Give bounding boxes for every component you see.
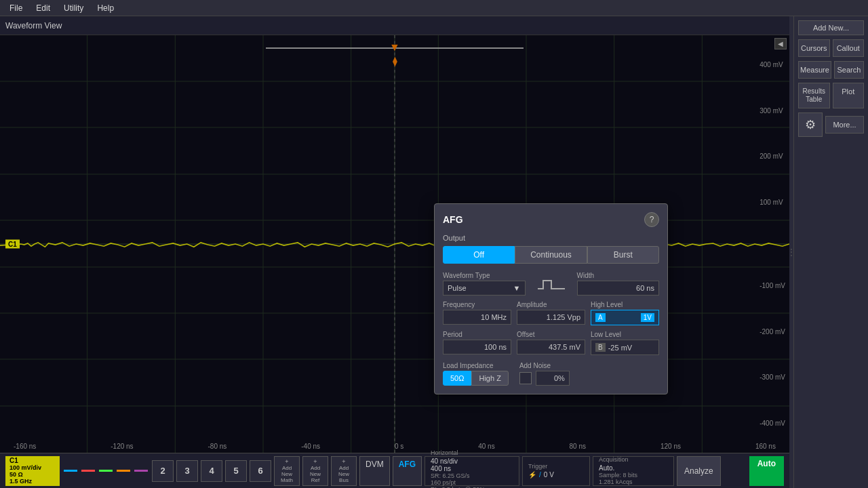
trigger-info: ⚡ / 0 V — [528, 471, 584, 479]
pulse-icon — [536, 277, 566, 293]
trigger-indicator: ▼ ⧫ — [266, 41, 524, 66]
ch2-button[interactable]: 2 — [152, 460, 174, 482]
load-btn-group: 50Ω High Z — [443, 371, 509, 386]
settings-more-row: ⚙ More... — [798, 113, 864, 137]
ch6-button[interactable]: 6 — [250, 460, 271, 482]
ps-value: 160 ps/pt — [431, 479, 513, 486]
noise-control: 0% — [519, 371, 659, 386]
cursors-button[interactable]: Cursors — [798, 39, 830, 57]
cursors-callout-row: Cursors Callout — [798, 39, 864, 57]
ch2-indicator — [64, 470, 77, 472]
ch4-button[interactable]: 4 — [201, 460, 222, 482]
width-input[interactable]: 60 ns — [577, 281, 660, 296]
x-label-1: -120 ns — [111, 443, 133, 450]
offset-field: Offset 437.5 mV — [517, 331, 585, 355]
frequency-field: Frequency 10 MHz — [443, 301, 511, 325]
y-label-6: -200 mV — [760, 328, 785, 336]
ch6-indicator — [134, 470, 148, 472]
menu-edit[interactable]: Edit — [29, 2, 57, 14]
load-highz-button[interactable]: High Z — [471, 371, 508, 386]
auto-button[interactable]: Auto — [749, 456, 784, 486]
high-level-field: High Level A 1V — [591, 301, 659, 325]
trigger-arrow: ▼ — [389, 42, 400, 53]
menu-file[interactable]: File — [3, 2, 29, 14]
ch3-button[interactable]: 3 — [176, 460, 198, 482]
high-level-label: High Level — [591, 301, 659, 308]
x-label-5: 40 ns — [478, 443, 494, 450]
output-button-group: Off Continuous Burst — [443, 246, 659, 264]
period-field: Period 100 ns — [443, 331, 511, 355]
trigger-label: Trigger — [528, 463, 584, 470]
add-new-ref-icon: + — [313, 458, 317, 465]
dvm-button[interactable]: DVM — [359, 456, 390, 486]
high-level-1v-badge: 1V — [641, 313, 654, 322]
add-new-math-button[interactable]: + Add New Math — [274, 456, 300, 486]
measure-search-row: Measure Search — [798, 61, 864, 79]
amplitude-input[interactable]: 1.125 Vpp — [517, 310, 585, 325]
more-button[interactable]: More... — [825, 116, 864, 134]
afg-title: AFG — [443, 214, 463, 225]
add-new-button[interactable]: Add New... — [798, 20, 864, 35]
ch1-impedance: 50 Ω — [9, 471, 56, 478]
low-level-field: Low Level B -25 mV — [591, 331, 659, 355]
low-level-input[interactable]: B -25 mV — [591, 340, 659, 355]
settings-button[interactable]: ⚙ — [798, 113, 823, 137]
pulse-icon-container — [531, 272, 572, 296]
add-new-bus-button[interactable]: + Add New Bus — [331, 456, 357, 486]
add-new-bus-label: Add — [339, 465, 349, 471]
add-noise-field: Add Noise 0% — [519, 362, 659, 386]
noise-checkbox[interactable] — [519, 372, 532, 384]
period-input[interactable]: 100 ns — [443, 340, 511, 354]
add-new-ref-button[interactable]: + Add New Ref — [302, 456, 328, 486]
analyze-button[interactable]: Analyze — [677, 456, 721, 486]
ch3-indicator — [81, 470, 95, 472]
plot-button[interactable]: Plot — [833, 83, 865, 108]
noise-input[interactable]: 0% — [536, 371, 570, 386]
frequency-input[interactable]: 10 MHz — [443, 310, 511, 325]
results-table-button[interactable]: ResultsTable — [798, 83, 830, 108]
search-button[interactable]: Search — [834, 61, 864, 79]
grid-canvas: ▼ ⧫ C1 400 mV 300 mV 200 mV 100 mV -100 … — [0, 35, 789, 453]
results-plot-row: ResultsTable Plot — [798, 83, 864, 108]
ch5-indicator — [117, 470, 130, 472]
collapse-button[interactable]: ◀ — [774, 38, 787, 49]
ch1-info[interactable]: C1 100 mV/div 50 Ω 1.5 GHz — [5, 456, 60, 486]
output-burst-button[interactable]: Burst — [587, 246, 659, 264]
menu-help[interactable]: Help — [90, 2, 121, 14]
measure-button[interactable]: Measure — [798, 61, 831, 79]
load-noise-row: Load Impedance 50Ω High Z Add Noise 0% — [443, 362, 659, 386]
ch5-button[interactable]: 5 — [225, 460, 247, 482]
add-new-math-icon: + — [285, 458, 288, 465]
add-noise-label: Add Noise — [519, 362, 659, 369]
load-50-button[interactable]: 50Ω — [443, 371, 471, 386]
afg-button[interactable]: AFG — [393, 456, 422, 486]
waveform-type-field: Waveform Type Pulse ▼ — [443, 272, 526, 296]
afg-help-button[interactable]: ? — [644, 212, 659, 227]
waveform-type-select[interactable]: Pulse ▼ — [443, 281, 526, 296]
output-continuous-button[interactable]: Continuous — [515, 246, 587, 264]
output-off-button[interactable]: Off — [443, 246, 515, 264]
acquisition-label: Acquisition — [599, 456, 668, 463]
period-label: Period — [443, 331, 511, 338]
freq-amp-high-row: Frequency 10 MHz Amplitude 1.125 Vpp Hig… — [443, 301, 659, 325]
output-label: Output — [443, 234, 659, 242]
x-label-8: 160 ns — [755, 443, 776, 450]
trigger-level: 0 V — [544, 471, 554, 479]
h-delay: 400 ns — [431, 465, 513, 472]
add-new-ref-label: Add — [311, 465, 320, 471]
low-level-b-badge: B — [595, 343, 606, 352]
ch4-indicator — [99, 470, 113, 472]
channel-indicators — [62, 470, 149, 472]
h-scale: 40 ns/div — [431, 458, 513, 465]
low-level-label: Low Level — [591, 331, 659, 338]
ch1-sample-rate: 1.5 GHz — [9, 478, 56, 485]
low-level-value: -25 mV — [608, 344, 632, 352]
menu-utility[interactable]: Utility — [57, 2, 90, 14]
amplitude-field: Amplitude 1.125 Vpp — [517, 301, 585, 325]
offset-input[interactable]: 437.5 mV — [517, 340, 585, 354]
acq-sample: Sample: 8 bits — [599, 472, 668, 479]
high-level-input[interactable]: A 1V — [591, 310, 659, 325]
x-label-4: 0 s — [395, 443, 403, 450]
callout-button[interactable]: Callout — [833, 39, 865, 57]
x-label-0: -160 ns — [14, 443, 36, 450]
